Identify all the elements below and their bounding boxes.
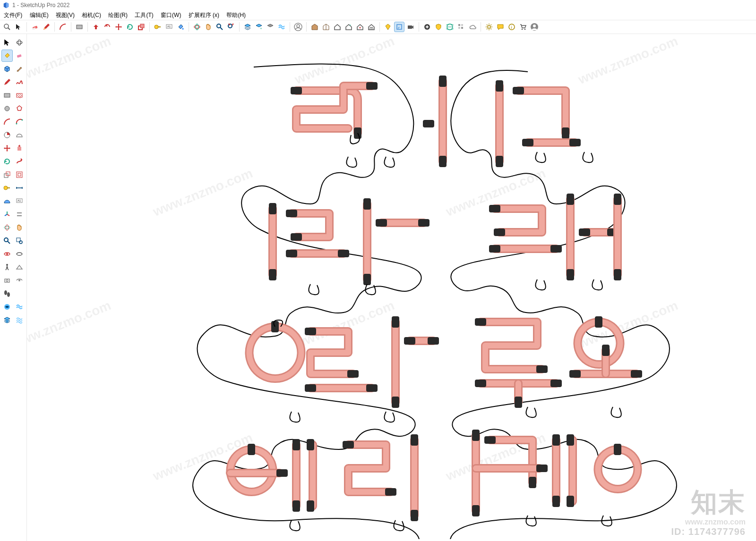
layers4-button[interactable] <box>276 22 287 32</box>
side-layer-blue-icon-button[interactable] <box>1 301 13 313</box>
chat-button[interactable] <box>495 22 506 32</box>
offset-button[interactable] <box>102 22 112 32</box>
tape-button[interactable] <box>153 22 163 32</box>
house2-button[interactable]: + <box>344 22 354 32</box>
side-offset-small-icon-button[interactable] <box>14 169 25 181</box>
side-eraser-small-icon-button[interactable] <box>14 50 25 62</box>
zoom-button[interactable] <box>215 22 225 32</box>
side-pie-icon-button[interactable] <box>1 129 13 141</box>
menu-edit[interactable]: 编辑(E) <box>30 12 49 18</box>
wh-button[interactable] <box>309 22 320 32</box>
arc-button[interactable] <box>58 22 68 32</box>
side-layer-wave-icon-button[interactable] <box>14 301 25 313</box>
house3-button[interactable] <box>355 22 365 32</box>
rect-button[interactable] <box>74 22 85 32</box>
side-rect-small-icon-button[interactable] <box>1 89 13 101</box>
side-move-red-icon-button[interactable] <box>1 142 13 154</box>
menu-view[interactable]: 视图(V) <box>56 12 75 18</box>
side-camera2-icon-button[interactable] <box>1 274 13 287</box>
side-cube-icon-button[interactable] <box>1 63 13 75</box>
side-zoom-small-icon-button[interactable] <box>1 235 13 247</box>
side-protractor-icon-button[interactable] <box>14 129 25 141</box>
gear-button[interactable] <box>484 22 494 32</box>
side-paint-small-icon-button[interactable] <box>1 50 13 62</box>
side-walk-icon-button[interactable] <box>1 261 13 273</box>
side-zoom-window-icon-button[interactable] <box>14 235 25 247</box>
pencil-button[interactable] <box>41 22 52 32</box>
side-rect-hatch-icon-button[interactable] <box>14 89 25 101</box>
search-button[interactable] <box>2 22 12 32</box>
side-brush-icon-button[interactable] <box>14 63 25 75</box>
side-look-icon-button[interactable] <box>14 261 25 273</box>
menu-window[interactable]: 窗口(W) <box>161 12 181 18</box>
side-eye-icon-button[interactable] <box>1 248 13 260</box>
zoom-ext-button[interactable] <box>226 22 236 32</box>
side-arc-small-icon-button[interactable] <box>1 116 13 128</box>
menu-camera[interactable]: 相机(C) <box>82 12 101 18</box>
user-button[interactable] <box>293 22 303 32</box>
look-icon <box>16 263 23 271</box>
layers1-button[interactable] <box>242 22 253 32</box>
side-cursor-black-icon-button[interactable] <box>1 36 13 49</box>
ext2-button[interactable] <box>394 22 404 32</box>
layers3-button[interactable] <box>265 22 275 32</box>
house1-button[interactable] <box>332 22 343 32</box>
pattern-button[interactable] <box>456 22 466 32</box>
side-tape-small-icon-button[interactable] <box>1 182 13 194</box>
side-axes-icon-button[interactable] <box>1 208 13 220</box>
side-pan-small-icon-button[interactable] <box>14 221 25 234</box>
pan-button[interactable] <box>203 22 214 32</box>
side-eye2-icon-button[interactable] <box>14 248 25 260</box>
orbit-button[interactable] <box>192 22 202 32</box>
side-shoes-icon-button[interactable] <box>1 287 13 300</box>
side-followme-icon-button[interactable] <box>14 155 25 168</box>
side-pencil-red-icon-button[interactable] <box>1 76 13 88</box>
menu-help[interactable]: 帮助(H) <box>226 12 246 18</box>
side-layer-wave2-icon-button[interactable] <box>14 314 25 326</box>
profile-button[interactable] <box>529 22 540 32</box>
side-section-icon-button[interactable] <box>14 208 25 220</box>
select-button[interactable] <box>13 22 24 32</box>
globe-button[interactable] <box>445 22 455 32</box>
side-polygon-icon-button[interactable] <box>14 102 25 115</box>
side-arc2-icon-button[interactable] <box>14 116 25 128</box>
side-orbit2-icon-button[interactable] <box>1 221 13 234</box>
wh2-button[interactable] <box>321 22 331 32</box>
side-text-small-icon-button[interactable]: A1 <box>14 195 25 207</box>
side-scale-small-icon-button[interactable] <box>1 169 13 181</box>
svg-point-36 <box>17 41 22 44</box>
ext1-button[interactable] <box>383 22 393 32</box>
cloud-button[interactable] <box>467 22 478 32</box>
side-layer-stack-icon-button[interactable] <box>1 314 13 326</box>
viewport[interactable]: www.znzmo.com www.znzmo.com www.znzmo.co… <box>27 34 756 541</box>
side-protractor2-icon-button[interactable] <box>1 195 13 207</box>
pencil-red-icon <box>3 78 11 86</box>
side-dimension-icon-button[interactable] <box>14 182 25 194</box>
menu-draw[interactable]: 绘图(R) <box>108 12 128 18</box>
scale-button[interactable] <box>136 22 146 32</box>
side-orbit-small-icon-button[interactable] <box>14 36 25 49</box>
svg-point-33 <box>524 29 526 30</box>
side-pushpull-small-icon-button[interactable] <box>14 142 25 154</box>
move-button[interactable] <box>113 22 124 32</box>
shield-button[interactable] <box>433 22 444 32</box>
side-eye3-icon-button[interactable] <box>14 274 25 287</box>
text-button[interactable]: A1 <box>164 22 174 32</box>
layers2-button[interactable]: + <box>254 22 264 32</box>
menu-file[interactable]: 文件(F) <box>4 12 22 18</box>
side-rotate-green-icon-button[interactable] <box>1 155 13 168</box>
side-circle-icon-button[interactable] <box>1 102 13 115</box>
menu-tools[interactable]: 工具(T) <box>135 12 153 18</box>
eraser-button[interactable] <box>30 22 40 32</box>
ext3-button[interactable] <box>405 22 416 32</box>
add-button[interactable] <box>422 22 432 32</box>
house4-button[interactable] <box>366 22 377 32</box>
info-button[interactable]: i <box>507 22 517 32</box>
paint-button[interactable] <box>175 22 186 32</box>
pushpull-button[interactable] <box>91 22 101 32</box>
side-blank-button[interactable] <box>14 287 25 300</box>
menu-ext[interactable]: 扩展程序 (x) <box>189 12 219 18</box>
rotate-button[interactable] <box>125 22 135 32</box>
side-freehand-icon-button[interactable] <box>14 76 25 88</box>
cart-button[interactable] <box>518 22 528 32</box>
